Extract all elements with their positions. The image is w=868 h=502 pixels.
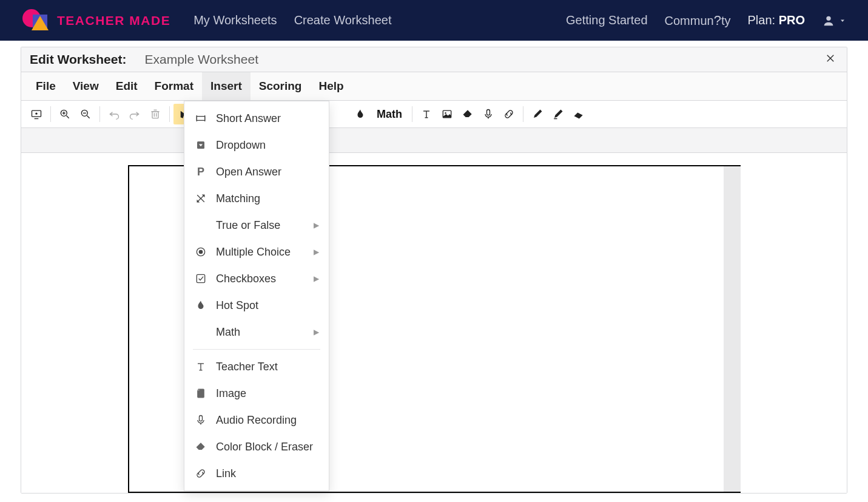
svg-point-8 [35,113,37,115]
chevron-right-icon: ▶ [314,221,319,229]
zoom-in-button[interactable] [55,104,75,124]
trash-icon [149,108,161,120]
audio-button[interactable] [478,104,499,124]
nav-my-worksheets[interactable]: My Worksheets [193,13,277,27]
mic-icon [482,108,494,120]
matching-icon [194,192,207,205]
big-eraser-button[interactable] [568,104,589,124]
zoom-out-icon [79,108,92,120]
insert-item-label: Dropdown [216,139,266,152]
insert-color-block-eraser[interactable]: Color Block / Eraser [184,433,329,460]
insert-item-label: Teacher Text [216,361,278,373]
menu-scoring[interactable]: Scoring [251,72,311,100]
insert-matching[interactable]: Matching [184,185,329,212]
insert-open-answer[interactable]: P Open Answer [184,158,329,185]
pen-button[interactable] [527,104,548,124]
plan-label: Plan: [748,13,779,27]
insert-short-answer[interactable]: Short Answer [184,105,329,132]
help-icon: ? [714,13,721,28]
community-post: ty [721,14,731,27]
mic-icon [194,413,207,427]
checkbox-icon [194,272,207,285]
present-button[interactable] [26,104,47,124]
undo-button[interactable] [104,104,124,124]
svg-marker-31 [463,110,472,117]
svg-line-11 [67,116,69,118]
insert-item-label: True or False [216,219,280,232]
highlighter-icon [553,109,564,120]
top-nav: TEACHER MADE My Worksheets Create Worksh… [0,0,868,41]
insert-teacher-text[interactable]: Teacher Text [184,353,329,380]
delete-button[interactable] [145,104,166,124]
image-button[interactable] [437,104,457,124]
svg-point-3 [826,16,830,20]
nav-plan[interactable]: Plan: PRO [748,13,806,27]
menu-insert[interactable]: Insert [202,72,251,100]
insert-multiple-choice[interactable]: Multiple Choice ▶ [184,239,329,265]
insert-dropdown-item[interactable]: Dropdown [184,132,329,158]
highlighter-button[interactable] [548,104,568,124]
link-button[interactable] [499,104,519,124]
insert-image[interactable]: Image [184,380,329,407]
svg-line-15 [87,116,90,118]
close-button[interactable] [823,49,838,70]
insert-item-label: Color Block / Eraser [216,441,313,453]
chevron-right-icon: ▶ [314,248,319,256]
teacher-text-button[interactable] [416,104,437,124]
insert-audio-recording[interactable]: Audio Recording [184,407,329,433]
svg-point-48 [199,250,203,254]
eraser-icon [194,440,207,453]
zoom-in-icon [59,108,71,120]
text-icon [420,108,432,120]
link-icon [503,108,515,120]
svg-point-30 [445,112,446,114]
chevron-right-icon: ▶ [314,328,319,336]
menu-edit[interactable]: Edit [107,72,146,100]
menu-bar: File View Edit Format Insert Scoring Hel… [21,72,847,101]
nav-create-worksheet[interactable]: Create Worksheet [294,13,392,27]
editor-header-title: Example Worksheet [144,52,258,67]
math-button[interactable]: Math [371,104,408,124]
menu-format[interactable]: Format [146,72,202,100]
image-icon [194,387,207,400]
insert-math[interactable]: Math ▶ [184,319,329,345]
open-answer-icon: P [194,165,207,178]
insert-true-false[interactable]: True or False ▶ [184,212,329,239]
insert-checkboxes[interactable]: Checkboxes ▶ [184,265,329,292]
menu-file[interactable]: File [27,72,64,100]
nav-community[interactable]: Commun?ty [665,13,731,29]
svg-marker-4 [841,19,844,22]
logo-mark-icon [22,8,51,33]
logo[interactable]: TEACHER MADE [22,8,170,33]
text-icon [194,360,207,373]
menu-help[interactable]: Help [310,72,352,100]
user-menu[interactable] [822,14,846,27]
image-icon [441,108,453,120]
svg-marker-34 [534,110,542,118]
editor: Edit Worksheet: Example Worksheet File V… [21,47,847,494]
close-icon [825,53,836,64]
zoom-out-button[interactable] [75,104,96,124]
insert-item-label: Image [216,387,246,400]
chevron-right-icon: ▶ [314,274,319,283]
menu-view[interactable]: View [64,72,107,100]
insert-dropdown: Short Answer Dropdown P Open Answer Matc… [184,101,329,491]
blank-icon [194,325,207,339]
screen-icon [30,108,42,120]
svg-marker-37 [574,113,583,119]
nav-getting-started[interactable]: Getting Started [566,13,648,27]
redo-button[interactable] [124,104,145,124]
insert-hot-spot[interactable]: Hot Spot [184,292,329,319]
insert-link[interactable]: Link [184,460,329,487]
sub-toolbar [21,128,847,153]
hotspot-button[interactable] [350,104,371,124]
insert-item-label: Matching [216,192,260,205]
eraser-button[interactable] [457,104,478,124]
page-shadow [724,166,741,492]
insert-item-label: Hot Spot [216,299,258,312]
pen-icon [532,109,543,120]
svg-rect-54 [200,416,203,421]
insert-item-label: Multiple Choice [216,246,291,259]
undo-icon [108,108,120,120]
insert-item-label: Link [216,467,236,480]
